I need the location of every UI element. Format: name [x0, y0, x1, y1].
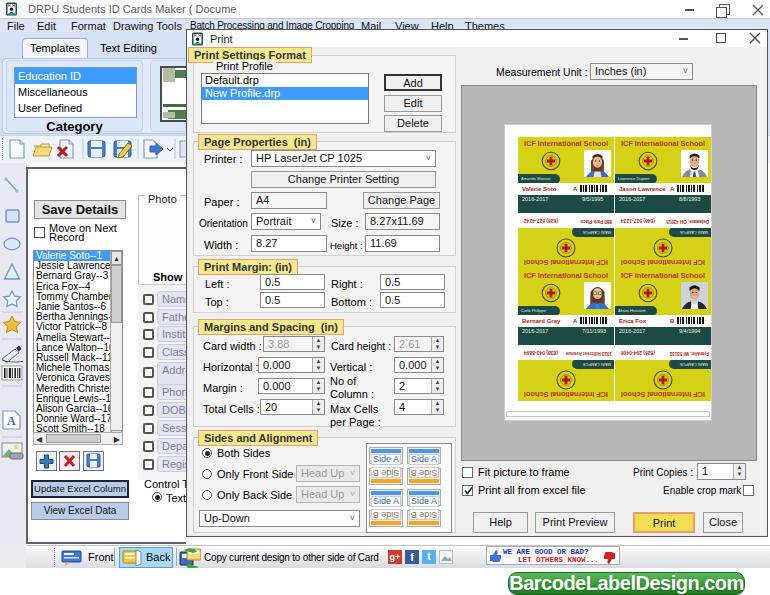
svg-text:A: A [7, 414, 16, 428]
